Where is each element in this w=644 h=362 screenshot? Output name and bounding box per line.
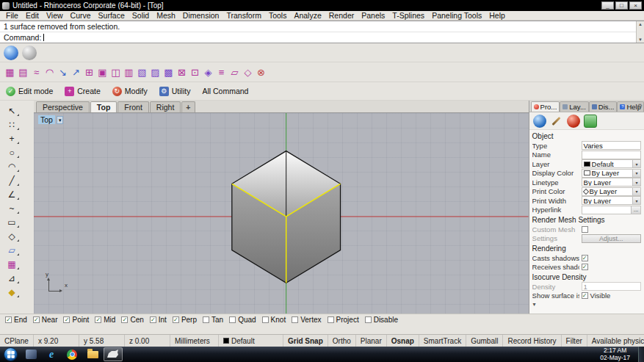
internet-explorer-icon[interactable]: e xyxy=(42,347,61,361)
viewport-title[interactable]: Top xyxy=(38,115,55,124)
object-properties-icon[interactable] xyxy=(533,115,546,128)
viewport-top[interactable]: Top ▾ y x xyxy=(34,113,529,314)
maximize-button[interactable]: □ xyxy=(615,1,628,10)
menu-item-edit[interactable]: Edit xyxy=(22,11,43,20)
viewport-tab-perspective[interactable]: Perspective xyxy=(36,101,90,112)
checkbox[interactable]: ✓ xyxy=(33,316,40,323)
ts-panel-icon[interactable]: ▤ xyxy=(17,65,29,79)
checkbox[interactable]: ✓ xyxy=(121,316,128,323)
menu-item-solid[interactable]: Solid xyxy=(129,11,153,20)
status-toggle-planar[interactable]: Planar xyxy=(356,335,387,347)
all-command-button[interactable]: All Command xyxy=(202,87,248,95)
dropdown-arrow-icon[interactable]: ▾ xyxy=(632,160,640,167)
menu-item-analyze[interactable]: Analyze xyxy=(290,11,325,20)
osnap-perp[interactable]: ✓Perp xyxy=(173,316,197,324)
property-value-layer[interactable]: Default▾ xyxy=(582,159,641,168)
osnap-disable[interactable]: Disable xyxy=(365,316,398,324)
panel-tab-lay[interactable]: Lay... xyxy=(560,101,589,112)
menu-item-curve[interactable]: Curve xyxy=(67,11,95,20)
osnap-point[interactable]: ✓Point xyxy=(63,316,89,324)
status-toggle-record-history[interactable]: Record History xyxy=(503,335,561,347)
menu-item-tools[interactable]: Tools xyxy=(265,11,291,20)
dot-box-icon[interactable]: ⊡ xyxy=(189,65,201,79)
checkbox[interactable] xyxy=(229,316,236,323)
menu-item-render[interactable]: Render xyxy=(325,11,358,20)
cplane-pane[interactable]: CPlane xyxy=(0,335,34,347)
checkbox[interactable]: ✓ xyxy=(150,316,156,323)
property-value-print-color[interactable]: By Layer▾ xyxy=(582,187,641,196)
attractor-icon[interactable]: ⊗ xyxy=(255,65,267,79)
viewport-tab-right[interactable]: Right xyxy=(150,101,181,112)
arc-icon[interactable]: ◠ xyxy=(4,159,20,173)
layer-pane[interactable]: Default xyxy=(219,335,283,347)
box-object[interactable] xyxy=(232,151,341,283)
chrome-icon[interactable] xyxy=(62,347,82,361)
panel-options-icon[interactable]: ⚙ xyxy=(637,103,643,109)
panel-scroll-down-icon[interactable]: ▾ xyxy=(532,300,642,308)
scroll-down-icon[interactable]: ▼ xyxy=(638,37,643,42)
status-toggle-grid-snap[interactable]: Grid Snap xyxy=(283,335,328,347)
edit-mode-button[interactable]: ✓Edit mode xyxy=(6,87,53,96)
control-points-icon[interactable]: ∷ xyxy=(4,117,20,131)
property-value-display-color[interactable]: By Layer▾ xyxy=(582,169,641,178)
mesh-box-icon[interactable]: ▦ xyxy=(4,257,20,271)
osnap-mid[interactable]: ✓Mid xyxy=(95,316,115,324)
status-toggle-ortho[interactable]: Ortho xyxy=(328,335,356,347)
dropdown-arrow-icon[interactable]: ▾ xyxy=(632,188,640,195)
viewport-tab-front[interactable]: Front xyxy=(117,101,149,112)
material-sphere-icon[interactable] xyxy=(567,115,580,128)
diag-panel-2-icon[interactable]: ▨ xyxy=(149,65,162,79)
menu-item-panels[interactable]: Panels xyxy=(358,11,388,20)
create-button[interactable]: +Create xyxy=(65,87,101,96)
status-toggle-osnap[interactable]: Osnap xyxy=(387,335,419,347)
menu-item-transform[interactable]: Transform xyxy=(222,11,264,20)
checkbox[interactable] xyxy=(262,316,269,323)
split-box-icon[interactable]: ◫ xyxy=(109,65,122,79)
utility-button[interactable]: ⚙Utility xyxy=(159,87,191,96)
panel-tab-pro[interactable]: Pro... xyxy=(531,101,560,112)
command-scrollbar[interactable]: ▲ ▼ xyxy=(636,21,644,43)
diag-panel-icon[interactable]: ▧ xyxy=(136,65,148,79)
property-value-name[interactable] xyxy=(582,151,641,159)
checkbox[interactable]: ✓ xyxy=(173,316,179,323)
gem-icon[interactable]: ◆ xyxy=(4,285,20,299)
checkbox[interactable]: ✓ xyxy=(5,316,12,323)
checkbox[interactable]: ✓ xyxy=(63,316,70,323)
checkbox[interactable] xyxy=(328,316,334,323)
line-icon[interactable]: ╱ xyxy=(4,173,20,187)
menu-item-dimension[interactable]: Dimension xyxy=(179,11,223,20)
menu-item-help[interactable]: Help xyxy=(485,11,509,20)
select-pointer-icon[interactable]: ↖ xyxy=(4,104,20,117)
osnap-int[interactable]: ✓Int xyxy=(150,316,167,324)
checkbox[interactable] xyxy=(292,316,298,323)
ts-wave-icon[interactable]: ≈ xyxy=(30,65,43,79)
texture-mapping-icon[interactable] xyxy=(584,115,597,128)
app-window-icon[interactable] xyxy=(21,347,40,361)
fillet-icon[interactable]: ⊿ xyxy=(4,271,20,285)
stripe-panel-icon[interactable]: ▥ xyxy=(123,65,135,79)
taskbar-clock[interactable]: 2:17 AM 02-May-17 xyxy=(593,347,637,361)
dense-grid-icon[interactable]: ▩ xyxy=(162,65,175,79)
osnap-vertex[interactable]: Vertex xyxy=(292,316,321,324)
viewport-tab-top[interactable]: Top xyxy=(90,101,117,112)
dropdown-arrow-icon[interactable]: ▾ xyxy=(632,170,640,177)
value-field[interactable]: 1 xyxy=(582,282,641,291)
grid-plus-icon[interactable]: ⊞ xyxy=(83,65,95,79)
surface-icon[interactable]: ▱ xyxy=(4,243,20,257)
list-icon[interactable]: ≡ xyxy=(215,65,228,79)
scroll-up-icon[interactable]: ▲ xyxy=(638,22,643,26)
ts-arc-icon[interactable]: ◠ xyxy=(43,65,56,79)
dropdown-arrow-icon[interactable]: ▾ xyxy=(632,197,640,204)
cross-box-icon[interactable]: ⊠ xyxy=(176,65,188,79)
status-toggle-smarttrack[interactable]: SmartTrack xyxy=(419,335,466,347)
polygon-icon[interactable]: ◇ xyxy=(4,229,20,243)
shaded-sphere-icon[interactable] xyxy=(22,46,37,60)
para-panel-icon[interactable]: ▱ xyxy=(228,65,241,79)
menu-item-mesh[interactable]: Mesh xyxy=(153,11,179,20)
osnap-end[interactable]: ✓End xyxy=(5,316,27,324)
folder-icon[interactable] xyxy=(83,347,102,361)
viewport-title-menu[interactable]: Top ▾ xyxy=(38,115,63,124)
property-value-hyperlink[interactable]: ... xyxy=(582,206,641,214)
checkbox[interactable] xyxy=(203,316,209,323)
menu-item-file[interactable]: File xyxy=(2,11,22,20)
